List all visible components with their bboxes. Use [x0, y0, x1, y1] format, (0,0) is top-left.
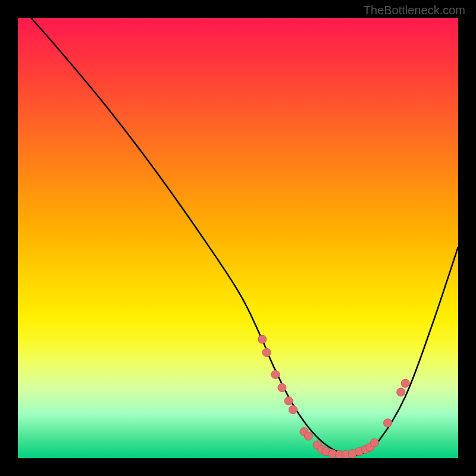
chart-container: TheBottleneck.com [0, 0, 476, 476]
curve-overlay [18, 18, 458, 458]
data-dot [284, 397, 293, 405]
data-dot [262, 348, 271, 356]
data-dot [271, 370, 280, 378]
data-dot [401, 379, 409, 387]
bottleneck-curve [31, 18, 458, 455]
data-dot [258, 335, 267, 343]
data-dot [397, 388, 405, 396]
data-dots [258, 335, 410, 458]
data-dot [289, 406, 298, 414]
data-dot [278, 384, 286, 392]
data-dot [384, 419, 392, 427]
watermark-text: TheBottleneck.com [364, 4, 465, 17]
data-dot [370, 439, 378, 447]
data-dot [304, 432, 312, 440]
